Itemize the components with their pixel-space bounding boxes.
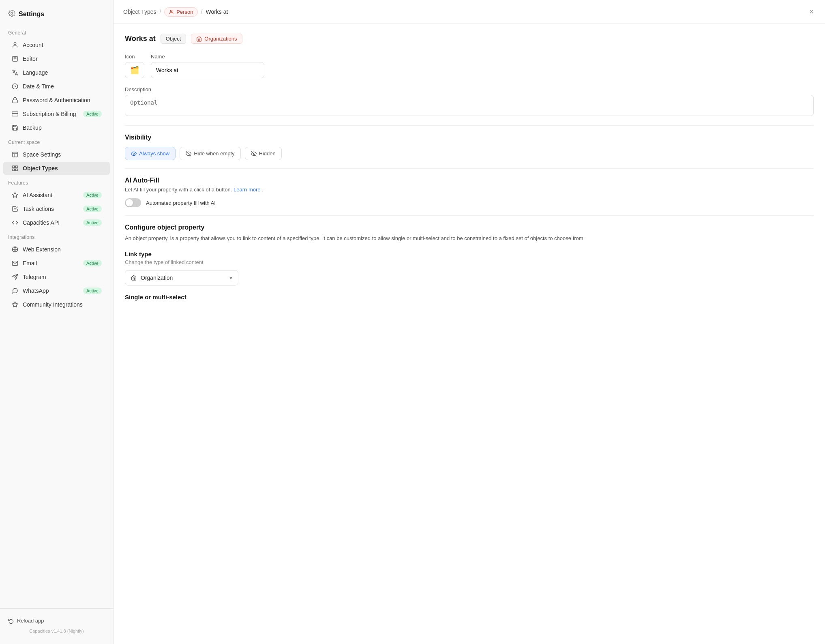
visibility-options: Always show Hide when empty Hidden: [125, 147, 814, 160]
person-icon: [11, 41, 19, 49]
link-type-value: Organization: [141, 275, 173, 281]
sidebar-item-telegram-label: Telegram: [23, 274, 102, 280]
configure-section: Configure object property An object prop…: [125, 224, 814, 301]
sidebar-item-task-actions[interactable]: Task actions Active: [3, 202, 110, 215]
email-icon: [11, 260, 19, 267]
sidebar-item-capacities-api[interactable]: Capacities API Active: [3, 216, 110, 229]
svg-rect-7: [13, 100, 17, 103]
reload-label: Reload app: [17, 618, 44, 624]
icon-picker-button[interactable]: 🗂️: [125, 62, 144, 78]
task-actions-badge: Active: [83, 206, 102, 212]
sidebar-item-space-settings[interactable]: Space Settings: [3, 148, 110, 161]
sidebar-item-web-extension-label: Web Extension: [23, 246, 102, 253]
save-icon: [11, 124, 19, 131]
ai-learn-more-link[interactable]: Learn more: [234, 187, 260, 193]
sidebar-item-editor-label: Editor: [23, 56, 102, 62]
sidebar-item-account[interactable]: Account: [3, 39, 110, 52]
globe-icon: [11, 246, 19, 253]
ai-autofill-section: AI Auto-Fill Let AI fill your property w…: [125, 177, 814, 207]
svg-point-0: [11, 13, 13, 15]
ai-desc-prefix: Let AI fill your property with a click o…: [125, 187, 232, 193]
breadcrumb-object-types[interactable]: Object Types: [123, 9, 156, 15]
works-at-header: Works at Object Organizations: [125, 34, 814, 44]
sidebar-item-subscription-label: Subscription & Billing: [23, 111, 79, 117]
sidebar-item-space-settings-label: Space Settings: [23, 151, 102, 158]
sidebar-item-whatsapp-label: WhatsApp: [23, 288, 79, 294]
vis-hide-empty-button[interactable]: Hide when empty: [180, 147, 240, 160]
icon-label: Icon: [125, 54, 144, 60]
description-label: Description: [125, 86, 814, 92]
sidebar-item-editor[interactable]: Editor: [3, 52, 110, 65]
main-content: Object Types / Person / Works at × Works…: [114, 0, 825, 644]
sidebar-item-community-integrations[interactable]: Community Integrations: [3, 298, 110, 311]
settings-gear-icon: [8, 10, 15, 19]
sidebar-item-backup[interactable]: Backup: [3, 121, 110, 134]
sidebar-item-telegram[interactable]: Telegram: [3, 270, 110, 283]
sidebar-item-object-types[interactable]: Object Types: [3, 162, 110, 175]
name-label: Name: [151, 54, 264, 60]
breadcrumb-sep-1: /: [159, 9, 161, 15]
integrations-section-label: Integrations: [0, 230, 113, 243]
vis-always-show-button[interactable]: Always show: [125, 147, 176, 160]
visibility-section: Visibility Always show Hide when empty H…: [125, 134, 814, 160]
current-space-section-label: Current space: [0, 135, 113, 148]
sidebar-item-email-label: Email: [23, 260, 79, 266]
config-title: Configure object property: [125, 224, 814, 231]
community-icon: [11, 301, 19, 308]
sidebar-item-ai-assistant-label: AI Assistant: [23, 192, 79, 198]
whatsapp-badge: Active: [83, 288, 102, 294]
sidebar-item-language[interactable]: Language: [3, 66, 110, 79]
sidebar-header: Settings: [0, 8, 113, 25]
layout-icon: [11, 151, 19, 158]
divider-2: [125, 168, 814, 169]
organizations-tag[interactable]: Organizations: [191, 34, 242, 44]
sidebar-item-web-extension[interactable]: Web Extension: [3, 243, 110, 256]
vis-hidden-label: Hidden: [259, 150, 276, 157]
ai-desc-suffix: .: [262, 187, 264, 193]
clock-icon: [11, 83, 19, 90]
email-badge: Active: [83, 260, 102, 266]
reload-app-button[interactable]: Reload app: [8, 615, 105, 626]
vis-always-show-label: Always show: [139, 150, 169, 157]
link-type-dropdown[interactable]: Organization ▾: [125, 270, 238, 286]
vis-hidden-button[interactable]: Hidden: [245, 147, 282, 160]
svg-rect-14: [15, 166, 17, 168]
topbar: Object Types / Person / Works at ×: [114, 0, 825, 24]
language-icon: [11, 69, 19, 76]
visibility-title: Visibility: [125, 134, 814, 141]
person-tag[interactable]: Person: [164, 7, 197, 17]
lock-icon: [11, 97, 19, 104]
sidebar-item-community-label: Community Integrations: [23, 301, 102, 308]
version-text: Capacities v1.41.8 (Nightly): [8, 629, 105, 633]
object-tag[interactable]: Object: [161, 34, 186, 44]
send-icon: [11, 273, 19, 281]
chevron-down-icon: ▾: [229, 275, 232, 281]
link-type-group: Link type Change the type of linked cont…: [125, 251, 814, 286]
ai-title: AI Auto-Fill: [125, 177, 814, 184]
name-input[interactable]: [151, 62, 264, 78]
sidebar-footer: Reload app Capacities v1.41.8 (Nightly): [0, 608, 113, 640]
description-group: Description: [125, 86, 814, 117]
content-area: Works at Object Organizations Icon 🗂️ Na…: [114, 24, 825, 644]
sidebar-item-ai-assistant[interactable]: AI Assistant Active: [3, 189, 110, 202]
ai-toggle-label: Automated property fill with AI: [146, 200, 216, 206]
sidebar-item-backup-label: Backup: [23, 125, 102, 131]
sidebar-item-subscription[interactable]: Subscription & Billing Active: [3, 107, 110, 120]
ai-toggle[interactable]: [125, 198, 141, 207]
sidebar-item-datetime-label: Date & Time: [23, 83, 102, 90]
sidebar-item-capacities-api-label: Capacities API: [23, 219, 79, 226]
close-button[interactable]: ×: [808, 6, 815, 17]
sidebar-item-whatsapp[interactable]: WhatsApp Active: [3, 284, 110, 297]
org-tag-label: Organizations: [204, 36, 237, 42]
breadcrumb-works-at: Works at: [206, 9, 228, 15]
sidebar-title: Settings: [19, 11, 44, 18]
sidebar-item-email[interactable]: Email Active: [3, 257, 110, 270]
sidebar-item-password-auth[interactable]: Password & Authentication: [3, 94, 110, 107]
features-section-label: Features: [0, 175, 113, 188]
sidebar-item-language-label: Language: [23, 69, 102, 76]
name-group: Name: [151, 54, 264, 78]
sidebar-item-datetime[interactable]: Date & Time: [3, 80, 110, 93]
description-input[interactable]: [125, 95, 814, 116]
vis-hide-empty-label: Hide when empty: [194, 150, 234, 157]
sidebar-item-object-types-label: Object Types: [23, 165, 102, 172]
